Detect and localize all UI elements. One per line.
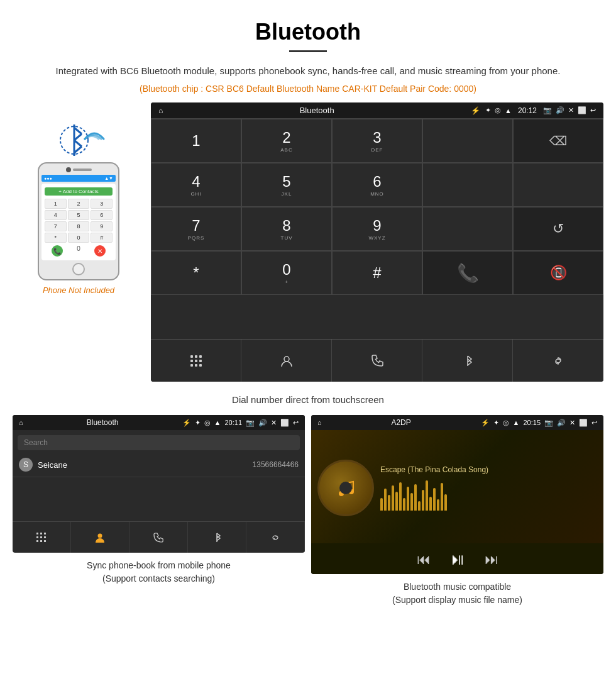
phone-key-8: 8 [68, 221, 90, 231]
pb-back-icon: ↩ [293, 419, 299, 427]
phone-camera [66, 167, 71, 172]
phone-section: ●●● ▲▼ + Add to Contacts 1 2 3 4 5 6 7 8… [13, 102, 145, 295]
music-loc-icon: ◎ [503, 419, 509, 427]
dial-key-3[interactable]: 3 DEF [332, 119, 422, 163]
dial-key-4[interactable]: 4 GHI [151, 163, 241, 207]
phonebook-caption: Sync phone-book from mobile phone (Suppo… [87, 559, 231, 585]
music-vol-icon: 🔊 [557, 419, 566, 427]
dial-empty-1 [422, 119, 513, 163]
viz-bar-4 [392, 485, 394, 511]
pb-keypad-btn[interactable] [13, 522, 71, 553]
music-play-pause-button[interactable]: ⏯ [449, 550, 466, 569]
music-screen-title: A2DP [326, 418, 477, 427]
phonebook-card: ⌂ Bluetooth ⚡ ✦ ◎ ▲ 20:11 📷 🔊 ✕ ⬜ ↩ Sear… [13, 415, 305, 607]
bluetooth-status-icon: ✦ [485, 106, 491, 114]
pb-time: 20:11 [224, 419, 242, 426]
phone-key-2: 2 [68, 199, 90, 209]
phone-key-star: * [45, 233, 67, 243]
svg-line-2 [74, 134, 82, 140]
dial-redial[interactable]: ↺ [513, 207, 603, 251]
pb-contacts-btn[interactable] [71, 522, 129, 553]
link-icon [551, 354, 565, 368]
music-x-icon: ✕ [569, 419, 575, 427]
dial-key-1[interactable]: 1 [151, 119, 241, 163]
main-content-row: ●●● ▲▼ + Add to Contacts 1 2 3 4 5 6 7 8… [0, 102, 616, 388]
music-bt-icon: ✦ [493, 419, 499, 427]
pb-title: Bluetooth [27, 418, 179, 427]
pb-loc-icon: ◎ [204, 419, 211, 427]
music-usb-icon: ⚡ [481, 419, 490, 427]
music-screen: ⌂ A2DP ⚡ ✦ ◎ ▲ 20:15 📷 🔊 ✕ ⬜ ↩ [311, 415, 603, 574]
toolbar-phone[interactable] [332, 340, 422, 382]
dial-key-star[interactable]: * [151, 251, 241, 295]
music-next-button[interactable]: ⏭ [485, 551, 498, 568]
phone-home-button [72, 263, 85, 275]
viz-bar-18 [444, 494, 447, 511]
pb-phone-icon [153, 532, 164, 543]
music-body: Escape (The Pina Colada Song) [311, 430, 603, 543]
dial-backspace[interactable]: ⌫ [513, 119, 603, 163]
toolbar-link[interactable] [513, 340, 603, 382]
viz-bar-11 [418, 501, 421, 511]
svg-rect-6 [190, 355, 193, 358]
toolbar-bluetooth[interactable] [422, 340, 513, 382]
dial-key-0[interactable]: 0 + [241, 251, 332, 295]
pb-toolbar [13, 521, 305, 553]
music-album-art [317, 460, 374, 516]
svg-rect-12 [190, 364, 193, 367]
dial-key-8[interactable]: 8 TUV [241, 207, 332, 251]
viz-bar-3 [388, 495, 390, 511]
dial-key-7[interactable]: 7 PQRS [151, 207, 241, 251]
music-song-title: Escape (The Pina Colada Song) [380, 465, 597, 474]
viz-bar-7 [403, 498, 405, 511]
phone-key-hash: # [91, 233, 113, 243]
signal-icon: ▲ [505, 107, 512, 114]
pb-link-btn[interactable] [246, 522, 305, 553]
dial-key-hash[interactable]: # [332, 251, 422, 295]
dial-key-2[interactable]: 2 ABC [241, 119, 332, 163]
phone-add-contact: + Add to Contacts [45, 187, 113, 196]
phone-not-included-label: Phone Not Included [43, 285, 114, 295]
phone-key-6: 6 [91, 210, 113, 220]
toolbar-keypad[interactable] [151, 340, 241, 382]
music-prev-button[interactable]: ⏮ [417, 551, 431, 568]
music-back-icon: ↩ [591, 419, 597, 427]
pb-cam-icon: 📷 [246, 419, 255, 427]
phone-zero: 0 [77, 245, 80, 257]
car-time: 20:12 [518, 106, 537, 115]
svg-rect-13 [195, 364, 197, 367]
phone-top-bar [41, 167, 116, 172]
svg-rect-19 [36, 536, 38, 538]
car-dialer-screen: ⌂ Bluetooth ⚡ ✦ ◎ ▲ 20:12 📷 🔊 ✕ ⬜ ↩ 1 [151, 102, 603, 382]
dial-key-9[interactable]: 9 WXYZ [332, 207, 422, 251]
pb-keypad-icon [36, 532, 47, 543]
phone-key-0: 0 [68, 233, 90, 243]
phone-bottom-row: 📞 0 ✕ [45, 245, 113, 257]
toolbar-contacts[interactable] [241, 340, 332, 382]
pb-bt-btn[interactable] [188, 522, 246, 553]
music-controls: ⏮ ⏯ ⏭ [311, 543, 603, 574]
music-sig-icon: ▲ [513, 419, 520, 426]
svg-rect-11 [199, 360, 202, 362]
music-note-icon [334, 476, 358, 500]
close-icon: ✕ [568, 106, 574, 114]
pb-phone-btn[interactable] [129, 522, 188, 553]
pb-status-bar: ⌂ Bluetooth ⚡ ✦ ◎ ▲ 20:11 📷 🔊 ✕ ⬜ ↩ [13, 415, 305, 430]
car-status-icons: ✦ ◎ ▲ 20:12 📷 🔊 ✕ ⬜ ↩ [485, 106, 596, 115]
viz-bar-16 [437, 499, 439, 511]
dial-key-5[interactable]: 5 JKL [241, 163, 332, 207]
music-home-icon: ⌂ [317, 419, 322, 426]
location-icon: ◎ [495, 106, 501, 114]
pb-win-icon: ⬜ [280, 419, 289, 427]
dial-key-6[interactable]: 6 MNO [332, 163, 422, 207]
viz-bar-9 [410, 493, 413, 511]
phone-key-4: 4 [45, 210, 67, 220]
bluetooth-icon [461, 354, 475, 368]
viz-bar-2 [384, 489, 387, 511]
dial-call-red[interactable]: 📵 [513, 251, 603, 295]
viz-bar-17 [441, 483, 443, 511]
svg-rect-9 [190, 360, 193, 362]
dial-call-green[interactable]: 📞 [422, 251, 513, 295]
phone-key-5: 5 [68, 210, 90, 220]
pb-usb-icon: ⚡ [182, 419, 191, 427]
